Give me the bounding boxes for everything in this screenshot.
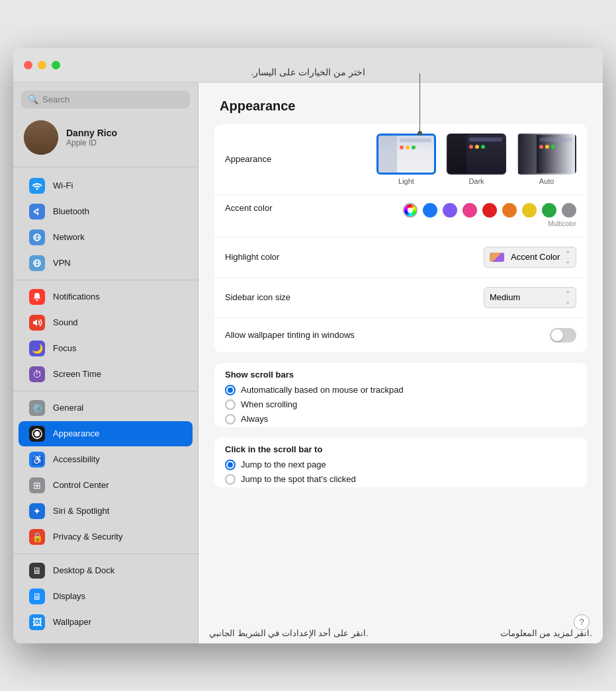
- click-section-header: Click in the scroll bar to: [225, 444, 576, 454]
- accent-color-row: Accent color: [214, 195, 587, 237]
- appearance-option-light[interactable]: Light: [376, 134, 436, 185]
- sidebar-item-screentime[interactable]: ⏱ Screen Time: [19, 362, 193, 387]
- sidebar-item-appearance[interactable]: Appearance: [19, 421, 193, 446]
- sidebar-icon-size-dropdown[interactable]: Medium ⌃⌄: [484, 287, 576, 308]
- next-page-label: Jump to the next page: [241, 460, 326, 469]
- click-section-header-row: Click in the scroll bar to Jump to the n…: [214, 438, 587, 487]
- wifi-icon: [29, 178, 45, 194]
- appearance-row: Appearance: [214, 124, 587, 195]
- clicked-spot-radio[interactable]: [225, 474, 236, 485]
- user-subtitle: Apple ID: [66, 138, 117, 147]
- sidebar-item-siri[interactable]: ✦ Siri & Spotlight: [19, 499, 193, 524]
- scrollbars-section: Show scroll bars Automatically based on …: [214, 363, 587, 427]
- sidebar-item-controlcenter[interactable]: ⊞ Control Center: [19, 473, 193, 498]
- orange-dot[interactable]: [502, 203, 517, 218]
- wallpaper-icon: 🖼: [29, 614, 45, 630]
- settings-content: Appearance: [198, 124, 603, 623]
- sidebar-item-wallpaper[interactable]: 🖼 Wallpaper: [19, 610, 193, 635]
- auto-scroll-label: Automatically based on mouse or trackpad: [241, 385, 404, 395]
- notifications-label: Notifications: [53, 292, 100, 302]
- next-page-radio[interactable]: [225, 460, 236, 470]
- sidebar-item-desktop[interactable]: 🖥 Desktop & Dock: [19, 558, 193, 583]
- accessibility-label: Accessibility: [53, 454, 100, 464]
- always-radio[interactable]: [225, 414, 236, 425]
- search-input[interactable]: [42, 95, 183, 104]
- general-icon: ⚙️: [29, 400, 45, 416]
- purple-dot[interactable]: [443, 203, 457, 218]
- sidebar-item-accessibility[interactable]: ♿ Accessibility: [19, 447, 193, 472]
- bluetooth-icon: [29, 204, 45, 220]
- bottom-annotations: انقر على أحد الإعدادات في الشريط الجانبي…: [198, 623, 603, 643]
- appearance-options: Light: [357, 134, 576, 185]
- sidebar-item-displays[interactable]: 🖥 Displays: [19, 584, 193, 609]
- click-radio-group: Jump to the next page Jump to the spot t…: [225, 460, 576, 485]
- clicked-spot-option[interactable]: Jump to the spot that's clicked: [225, 474, 576, 485]
- when-scrolling-radio[interactable]: [225, 399, 236, 410]
- pink-dot[interactable]: [462, 203, 477, 218]
- blue-dot[interactable]: [423, 203, 437, 218]
- wallpaper-tinting-label: Allow wallpaper tinting in windows: [225, 330, 357, 340]
- svg-line-1: [34, 212, 37, 214]
- wallpaper-tinting-toggle[interactable]: [550, 328, 576, 343]
- highlight-value: Accent Color: [511, 252, 560, 262]
- when-scrolling-option[interactable]: When scrolling: [225, 399, 576, 410]
- top-annotation: اختر من الخيارات على اليسار.: [251, 67, 365, 77]
- appearance-option-auto[interactable]: Auto: [517, 134, 576, 185]
- sound-label: Sound: [53, 317, 78, 327]
- highlight-preview: [490, 253, 504, 262]
- highlight-color-dropdown[interactable]: Accent Color ⌃⌄: [484, 247, 576, 268]
- notifications-icon: [29, 289, 45, 305]
- auto-scroll-option[interactable]: Automatically based on mouse or trackpad: [225, 385, 576, 395]
- accent-color-label: Accent color: [225, 203, 357, 213]
- multicolor-dot[interactable]: [403, 203, 418, 218]
- privacy-icon: 🔒: [29, 529, 45, 545]
- yellow-dot[interactable]: [522, 203, 537, 218]
- next-page-inner: [228, 462, 233, 467]
- graphite-dot[interactable]: [562, 203, 576, 218]
- network-icon: [29, 229, 45, 245]
- sidebar-item-notifications[interactable]: Notifications: [19, 284, 193, 309]
- appearance-icon: [29, 426, 45, 442]
- chevron-icon-2: ⌃⌄: [565, 290, 570, 305]
- screentime-label: Screen Time: [53, 369, 101, 379]
- sidebar-item-sound[interactable]: Sound: [19, 310, 193, 335]
- green-dot[interactable]: [542, 203, 556, 218]
- appearance-option-dark[interactable]: Dark: [447, 134, 506, 185]
- highlight-color-row: Highlight color Accent Color ⌃⌄: [214, 237, 587, 278]
- help-button[interactable]: ?: [574, 614, 590, 630]
- sidebar-item-vpn[interactable]: VPN: [19, 251, 193, 276]
- sidebar-item-focus[interactable]: 🌙 Focus: [19, 336, 193, 361]
- sidebar-list: Wi-Fi Bluetooth: [13, 170, 198, 643]
- next-page-option[interactable]: Jump to the next page: [225, 460, 576, 470]
- general-label: General: [53, 403, 83, 413]
- red-dot[interactable]: [482, 203, 497, 218]
- sidebar-item-bluetooth[interactable]: Bluetooth: [19, 199, 193, 224]
- siri-icon: ✦: [29, 503, 45, 519]
- user-profile[interactable]: Danny Rico Apple ID: [13, 114, 198, 161]
- search-bar[interactable]: 🔍: [21, 91, 190, 108]
- maximize-button[interactable]: [52, 61, 60, 69]
- sidebar-icon-size-row: Sidebar icon size Medium ⌃⌄: [214, 278, 587, 318]
- bottom-left-annotation: انقر على أحد الإعدادات في الشريط الجانبي…: [209, 628, 368, 638]
- click-scrollbar-section: Click in the scroll bar to Jump to the n…: [214, 438, 587, 487]
- minimize-button[interactable]: [38, 61, 46, 69]
- sidebar-item-network[interactable]: Network: [19, 225, 193, 250]
- accessibility-icon: ♿: [29, 452, 45, 467]
- privacy-label: Privacy & Security: [53, 532, 122, 542]
- vpn-icon: [29, 255, 45, 271]
- auto-scroll-radio[interactable]: [225, 385, 236, 395]
- sidebar-item-general[interactable]: ⚙️ General: [19, 395, 193, 421]
- avatar: [24, 120, 58, 155]
- always-option[interactable]: Always: [225, 414, 576, 425]
- auto-label: Auto: [539, 177, 554, 185]
- highlight-color-control: Accent Color ⌃⌄: [357, 247, 576, 268]
- auto-thumb: [517, 134, 576, 175]
- sidebar-item-privacy[interactable]: 🔒 Privacy & Security: [19, 524, 193, 549]
- traffic-lights: [24, 61, 60, 69]
- sidebar-item-wifi[interactable]: Wi-Fi: [19, 173, 193, 198]
- svg-rect-10: [36, 428, 38, 430]
- svg-rect-11: [36, 438, 38, 439]
- close-button[interactable]: [24, 61, 32, 69]
- vpn-label: VPN: [53, 258, 71, 268]
- multicolor-swatch[interactable]: [403, 203, 418, 218]
